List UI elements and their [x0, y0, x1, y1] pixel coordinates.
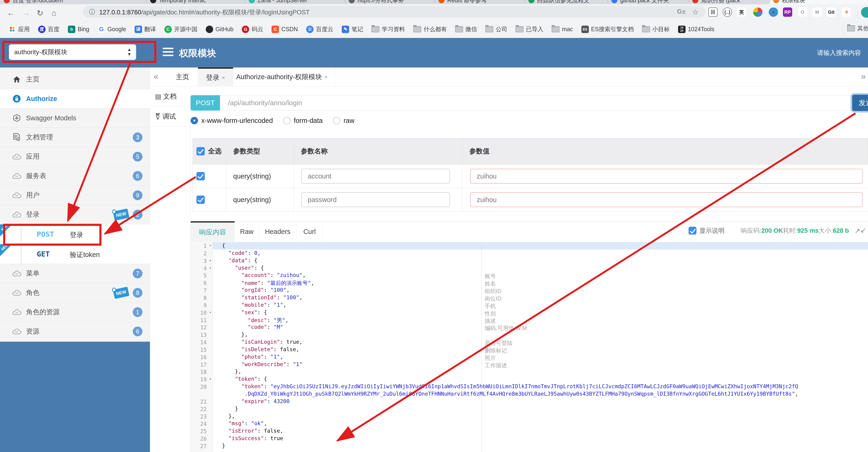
menu-icon[interactable] — [163, 48, 174, 57]
expand-icon[interactable]: ↗↗ — [855, 227, 866, 235]
sidebar-item-菜单[interactable]: API菜单7 — [0, 264, 150, 283]
sidebar-api-GET[interactable]: NEWGET验证token — [0, 244, 150, 264]
param-checkbox[interactable] — [196, 172, 205, 180]
header-search-input[interactable]: 请输入搜索内容 — [817, 49, 861, 57]
tabs-expand-icon[interactable]: » — [861, 72, 866, 82]
bookmark-item[interactable]: 已导入 — [516, 25, 543, 33]
bookmark-item[interactable]: 度百度 — [38, 25, 60, 33]
extension-icon[interactable]: ● — [769, 7, 778, 17]
request-url-input[interactable]: /api/authority/anno/login — [220, 95, 851, 111]
extension-icon[interactable] — [753, 7, 763, 17]
sidebar-item-资源[interactable]: API资源6 — [0, 322, 150, 341]
browser-tab[interactable]: 权限模块 — [769, 0, 868, 4]
bookmark-item[interactable]: 译翻译 — [134, 25, 156, 33]
extension-icon[interactable]: RP — [783, 7, 792, 17]
bookmark-item[interactable]: C开源中国 — [164, 25, 197, 33]
bookmark-item[interactable]: 小目标 — [642, 25, 670, 33]
content-tab-Authorize-authority-权限模块[interactable]: Authorize-authority-权限模块× — [228, 67, 336, 87]
sidebar-api-POST[interactable]: NEWPOST登录 — [0, 224, 150, 244]
content-tab-主页[interactable]: 主页 — [168, 67, 197, 87]
extension-icon[interactable]: Git — [827, 7, 836, 17]
page-info-icon[interactable]: ⓘ — [89, 8, 95, 16]
tabs-collapse-icon[interactable]: « — [154, 72, 158, 82]
extension-icon[interactable]: M — [812, 7, 822, 17]
bookmark-item[interactable]: 10241024Tools — [678, 26, 714, 33]
response-tab-Curl[interactable]: Curl — [297, 221, 323, 242]
extension-icon[interactable]: {..} — [723, 7, 732, 17]
sidebar-item-应用[interactable]: API应用5 — [0, 147, 150, 166]
bookmark-item[interactable]: 应用 — [8, 25, 30, 33]
param-value-input[interactable]: zuihou — [470, 192, 863, 207]
address-bar[interactable]: ⓘ 127.0.0.1:8760/api/gate/doc.html#/auth… — [83, 6, 706, 18]
api-sub-list: NEWPOST登录NEWGET验证token — [0, 224, 150, 264]
param-name-input[interactable]: account — [301, 169, 450, 183]
sidebar-item-角色[interactable]: API角色NEW8 — [0, 283, 150, 303]
sidebar-item-用户[interactable]: API用户9 — [0, 186, 150, 205]
code-line: "code": 0, — [222, 250, 260, 256]
extension-icon[interactable]: ✳ — [842, 7, 851, 17]
bookmark-item[interactable]: GGoogle — [98, 26, 126, 33]
select-all-checkbox[interactable] — [196, 147, 205, 156]
response-tab-响应内容[interactable]: 响应内容 — [191, 221, 235, 242]
response-body-editor[interactable]: 1▾23▾4▾5678910▾111213141516171819▾202122… — [191, 242, 868, 452]
google-icon: G — [98, 26, 105, 33]
bookmark-item[interactable]: G码云 — [242, 25, 263, 33]
close-tab-icon[interactable]: × — [324, 74, 328, 80]
extension-icon[interactable]: 回 — [708, 7, 718, 17]
browser-tab[interactable]: 百度 登录/docudem — [0, 0, 147, 4]
bookmark-star-icon[interactable]: ☆ — [692, 8, 699, 16]
bookmark-item[interactable]: GitHub — [206, 26, 234, 33]
reload-icon[interactable]: ↻ — [37, 8, 43, 18]
bookmark-item[interactable]: bBing — [68, 26, 89, 33]
bookmark-item[interactable]: 学习资料 — [371, 25, 405, 33]
browser-tab[interactable]: Temporary Interac — [147, 0, 245, 4]
browser-tab[interactable]: https://分布式事务 — [345, 0, 435, 4]
sidebar-item-服务表[interactable]: API服务表6 — [0, 166, 150, 186]
extension-icon[interactable]: O — [798, 7, 807, 17]
bookmark-item[interactable]: CCSDN — [272, 26, 298, 33]
code-line: { — [222, 243, 225, 249]
forward-icon[interactable]: → — [22, 8, 30, 18]
sidebar-item-Swagger Models[interactable]: Swagger Models — [0, 109, 150, 128]
bookmark-item[interactable]: 微信 — [455, 25, 477, 33]
profile-avatar[interactable] — [861, 7, 868, 18]
translate-icon[interactable]: G文 — [677, 8, 686, 15]
response-tab-Headers[interactable]: Headers — [259, 221, 297, 242]
radio-x-www-form-urlencoded[interactable] — [191, 117, 198, 124]
close-tab-icon[interactable]: × — [222, 75, 225, 81]
radio-form-data[interactable] — [283, 117, 290, 124]
sidebar-item-label: 用户 — [26, 191, 39, 200]
bookmark-item[interactable]: ✎笔记 — [342, 25, 363, 33]
module-select[interactable]: authority-权限模块 ▲▼ — [9, 44, 136, 60]
response-tab-Raw[interactable]: Raw — [235, 221, 259, 242]
bookmark-item[interactable]: mac — [552, 26, 573, 33]
nav-tab-文档[interactable]: ▤文档 — [150, 87, 191, 107]
bookmarks-overflow[interactable]: 其他书签 — [847, 24, 868, 32]
param-value-input[interactable]: zuihou — [470, 169, 863, 183]
param-name-input[interactable]: password — [301, 192, 450, 207]
sidebar-item-主页[interactable]: 主页 — [0, 70, 150, 89]
back-icon[interactable]: ← — [7, 8, 15, 18]
content-tab-登录[interactable]: 登录× — [198, 67, 233, 87]
sidebar-item-登录[interactable]: API登录NEW2 — [0, 205, 150, 224]
browser-tab[interactable]: 知识付费 (pack — [688, 0, 769, 4]
browser-tab[interactable]: 白嫖队伍参见流程文 — [525, 0, 608, 4]
send-button[interactable]: 发送 — [852, 95, 868, 111]
nav-tab-调试[interactable]: ⚧调试 — [150, 107, 191, 126]
home-icon[interactable]: ⌂ — [52, 8, 57, 18]
browser-tab[interactable]: Zana - JumpServer — [245, 0, 345, 4]
param-checkbox[interactable] — [196, 196, 205, 204]
browser-tab[interactable]: Redis 命令参考 — [435, 0, 525, 4]
browser-tab[interactable]: github pack 文件夹 — [608, 0, 688, 4]
sidebar-item-角色的资源[interactable]: API角色的资源1 — [0, 303, 150, 322]
new-corner-badge: NEW — [0, 224, 12, 236]
bookmark-item[interactable]: 什么都有 — [413, 25, 447, 33]
show-desc-checkbox[interactable] — [688, 227, 696, 235]
bookmark-item[interactable]: 云百度云 — [306, 25, 333, 33]
bookmark-item[interactable]: ESES搜索引擎文档 — [581, 25, 634, 33]
radio-raw[interactable] — [333, 117, 340, 124]
bookmark-item[interactable]: 公司 — [485, 25, 507, 33]
sidebar-item-Authorize[interactable]: Authorize — [0, 89, 150, 109]
extension-icon[interactable]: 英 — [737, 7, 746, 17]
sidebar-item-文档管理[interactable]: 文档管理3 — [0, 128, 150, 147]
